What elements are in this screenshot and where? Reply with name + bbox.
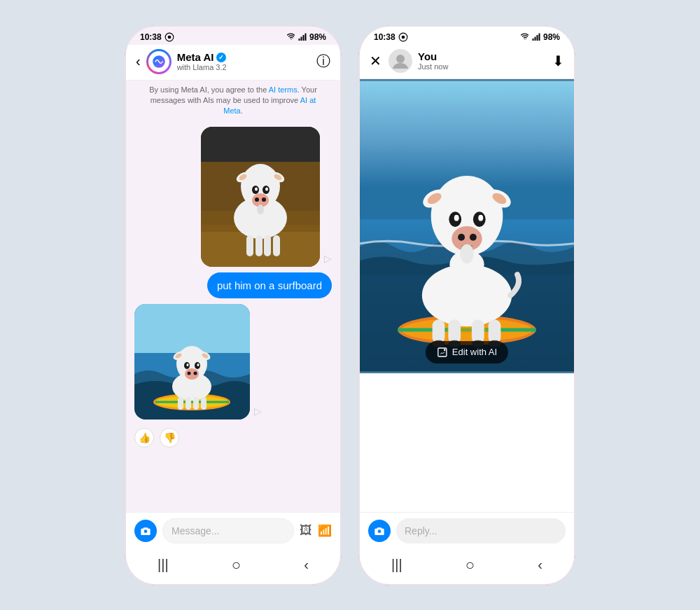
svg-rect-57 — [534, 36, 536, 41]
reply-input-2[interactable]: Reply... — [396, 518, 566, 543]
svg-point-77 — [478, 214, 483, 221]
svg-point-81 — [460, 244, 474, 263]
meta-ai-avatar — [146, 49, 172, 74]
send-status-2: ▷ — [254, 405, 262, 417]
nav-home-1[interactable]: ○ — [232, 556, 241, 574]
status-time-2: 10:38 — [374, 32, 408, 42]
svg-rect-58 — [536, 35, 538, 41]
nav-bar-2: ||| ○ ‹ — [360, 550, 574, 584]
thumbs-up-btn[interactable]: 👍 — [134, 428, 154, 448]
header-info-1: Meta AI ✓ with Llama 3.2 — [177, 51, 316, 71]
svg-rect-5 — [304, 33, 306, 41]
phone-1-shell: 10:38 98% ‹ — [125, 25, 342, 585]
svg-rect-24 — [246, 235, 253, 256]
svg-point-28 — [257, 205, 264, 214]
svg-rect-59 — [538, 33, 540, 41]
svg-point-23 — [262, 197, 266, 202]
svg-point-46 — [188, 371, 191, 375]
wifi-icon — [287, 33, 295, 41]
close-button-2[interactable]: ✕ — [370, 53, 382, 69]
svg-point-53 — [144, 529, 148, 533]
svg-rect-50 — [193, 397, 199, 410]
thumbs-down-btn[interactable]: 👎 — [160, 428, 179, 448]
status-bar-1: 10:38 98% — [126, 27, 340, 45]
name-text-1: Meta AI — [177, 51, 214, 63]
svg-point-76 — [454, 214, 459, 221]
send-status-1: ▷ — [324, 253, 332, 264]
nav-menu-2[interactable]: ||| — [391, 557, 402, 573]
back-button-1[interactable]: ‹ — [136, 53, 141, 69]
svg-rect-26 — [264, 235, 271, 256]
text-bubble-row: put him on a surfboard — [134, 272, 332, 298]
input-area-2: Reply... — [360, 512, 574, 550]
camera-button-1[interactable] — [134, 520, 157, 542]
svg-rect-4 — [302, 35, 304, 41]
svg-point-44 — [197, 363, 200, 366]
svg-rect-48 — [178, 397, 183, 410]
mic-icon[interactable]: 📶 — [318, 524, 332, 537]
phone-2-shell: 10:38 98% ✕ — [358, 25, 575, 585]
nav-menu-1[interactable]: ||| — [158, 557, 169, 573]
camera-icon-input-2 — [374, 525, 385, 536]
svg-point-55 — [401, 35, 405, 39]
header-name-2: You — [418, 50, 552, 62]
camera-button-2[interactable] — [368, 520, 391, 542]
chat-header-2: ✕ You Just now ⬇ — [360, 45, 574, 79]
svg-rect-85 — [489, 319, 501, 344]
goat-surfboard-image-small — [134, 304, 250, 420]
name-text-2: You — [418, 50, 437, 62]
nav-back-2[interactable]: ‹ — [538, 557, 542, 573]
gallery-icon[interactable]: 🖼 — [300, 523, 312, 538]
battery-2: 98% — [543, 32, 560, 42]
download-button-2[interactable]: ⬇ — [552, 53, 564, 69]
status-bar-2: 10:38 98% — [360, 27, 574, 45]
large-goat-image: Edit with AI — [360, 79, 574, 373]
svg-point-47 — [194, 371, 197, 375]
message-input-1[interactable]: Message... — [162, 518, 294, 543]
chat-body-spacer-2 — [360, 373, 574, 512]
svg-rect-3 — [300, 36, 302, 41]
camera-icon-status-2 — [398, 32, 408, 42]
verified-badge-1: ✓ — [216, 53, 226, 62]
svg-rect-82 — [433, 319, 445, 344]
ai-terms-link[interactable]: AI terms — [269, 85, 298, 94]
nav-back-1[interactable]: ‹ — [304, 557, 309, 573]
svg-point-79 — [458, 233, 465, 240]
battery-1: 98% — [309, 32, 326, 42]
chat-body-1: By using Meta AI, you agree to the AI te… — [126, 81, 340, 512]
edit-with-ai-button[interactable]: Edit with AI — [426, 341, 508, 363]
svg-rect-84 — [472, 319, 484, 344]
camera-icon-status — [164, 32, 174, 42]
nav-bar-1: ||| ○ ‹ — [126, 550, 340, 584]
ai-meta-link[interactable]: AI at Meta — [223, 96, 316, 115]
svg-rect-30 — [134, 304, 250, 353]
input-icons-1: 🖼 📶 — [300, 523, 332, 538]
svg-point-1 — [167, 35, 171, 39]
svg-point-60 — [396, 55, 405, 63]
header-info-2: You Just now — [418, 50, 552, 71]
svg-rect-49 — [186, 397, 191, 410]
you-avatar-icon — [391, 52, 410, 70]
signal-icon-2 — [532, 33, 540, 41]
edit-ai-text: Edit with AI — [452, 347, 497, 357]
svg-point-80 — [470, 233, 477, 240]
goat-surfboard-msg: ▷ — [134, 304, 332, 420]
chat-header-1: ‹ Me — [126, 45, 340, 81]
svg-rect-10 — [201, 127, 320, 162]
nav-home-2[interactable]: ○ — [465, 556, 475, 574]
signal-icon — [298, 33, 307, 41]
svg-point-93 — [378, 529, 382, 533]
header-subtitle-2: Just now — [418, 62, 552, 71]
svg-rect-56 — [532, 39, 533, 41]
edit-ai-icon — [437, 347, 448, 358]
input-placeholder-2: Reply... — [405, 525, 437, 536]
info-button-1[interactable]: ⓘ — [316, 52, 330, 71]
svg-point-19 — [255, 187, 258, 190]
reaction-row: 👍 👎 — [134, 425, 332, 450]
status-time-1: 10:38 — [140, 32, 174, 42]
svg-point-20 — [265, 187, 268, 190]
meta-ai-logo — [152, 55, 166, 69]
svg-point-43 — [187, 363, 189, 366]
goat-image-msg-1: ▷ — [134, 127, 332, 267]
svg-rect-25 — [255, 235, 262, 256]
